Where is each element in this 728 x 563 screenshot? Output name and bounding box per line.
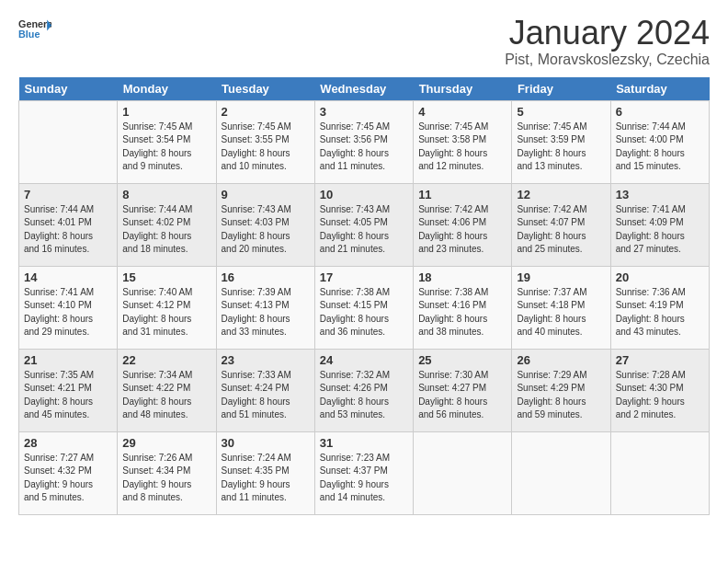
week-row-5: 28Sunrise: 7:27 AMSunset: 4:32 PMDayligh… [19, 431, 710, 514]
day-info: Sunrise: 7:26 AMSunset: 4:34 PMDaylight:… [122, 452, 210, 505]
day-number: 7 [24, 188, 112, 201]
day-number: 26 [517, 353, 605, 367]
day-info: Sunrise: 7:44 AMSunset: 4:02 PMDaylight:… [122, 203, 210, 257]
day-info: Sunrise: 7:28 AMSunset: 4:30 PMDaylight:… [616, 369, 704, 422]
days-header-row: SundayMondayTuesdayWednesdayThursdayFrid… [19, 77, 710, 101]
calendar-cell: 1Sunrise: 7:45 AMSunset: 3:54 PMDaylight… [118, 100, 216, 183]
calendar-cell [19, 100, 118, 183]
day-info: Sunrise: 7:40 AMSunset: 4:12 PMDaylight:… [122, 286, 210, 339]
calendar-cell: 25Sunrise: 7:30 AMSunset: 4:27 PMDayligh… [414, 349, 512, 431]
calendar-cell: 22Sunrise: 7:34 AMSunset: 4:22 PMDayligh… [118, 349, 216, 431]
day-info: Sunrise: 7:34 AMSunset: 4:22 PMDaylight:… [122, 369, 210, 422]
calendar-cell: 6Sunrise: 7:44 AMSunset: 4:00 PMDaylight… [610, 100, 709, 183]
day-info: Sunrise: 7:39 AMSunset: 4:13 PMDaylight:… [222, 286, 310, 339]
calendar-cell: 3Sunrise: 7:45 AMSunset: 3:56 PMDaylight… [314, 100, 413, 183]
calendar-table: SundayMondayTuesdayWednesdayThursdayFrid… [18, 77, 710, 515]
day-number: 10 [320, 188, 408, 201]
day-info: Sunrise: 7:42 AMSunset: 4:06 PMDaylight:… [418, 203, 506, 257]
logo: General Blue [18, 15, 51, 48]
calendar-cell: 24Sunrise: 7:32 AMSunset: 4:26 PMDayligh… [314, 349, 413, 431]
day-number: 4 [418, 105, 506, 119]
calendar-cell: 31Sunrise: 7:23 AMSunset: 4:37 PMDayligh… [314, 431, 413, 514]
calendar-cell: 18Sunrise: 7:38 AMSunset: 4:16 PMDayligh… [414, 266, 512, 349]
day-number: 2 [222, 105, 310, 119]
day-number: 6 [616, 105, 704, 119]
day-info: Sunrise: 7:45 AMSunset: 3:55 PMDaylight:… [222, 121, 310, 174]
calendar-cell: 27Sunrise: 7:28 AMSunset: 4:30 PMDayligh… [610, 349, 709, 431]
day-info: Sunrise: 7:32 AMSunset: 4:26 PMDaylight:… [320, 369, 408, 422]
day-number: 22 [122, 353, 210, 367]
day-info: Sunrise: 7:27 AMSunset: 4:32 PMDaylight:… [24, 452, 112, 505]
day-number: 27 [616, 353, 704, 367]
day-info: Sunrise: 7:29 AMSunset: 4:29 PMDaylight:… [517, 369, 605, 422]
day-number: 21 [24, 353, 112, 367]
day-info: Sunrise: 7:44 AMSunset: 4:01 PMDaylight:… [24, 203, 112, 257]
day-info: Sunrise: 7:43 AMSunset: 4:03 PMDaylight:… [222, 203, 310, 257]
day-number: 16 [222, 270, 310, 284]
header-friday: Friday [512, 77, 610, 101]
day-number: 20 [616, 270, 704, 284]
day-info: Sunrise: 7:36 AMSunset: 4:19 PMDaylight:… [616, 286, 704, 339]
header-sunday: Sunday [19, 77, 118, 101]
svg-text:Blue: Blue [18, 29, 40, 40]
day-number: 24 [320, 353, 408, 367]
day-number: 15 [122, 270, 210, 284]
week-row-3: 14Sunrise: 7:41 AMSunset: 4:10 PMDayligh… [19, 266, 710, 349]
day-info: Sunrise: 7:45 AMSunset: 3:58 PMDaylight:… [418, 121, 506, 174]
day-number: 25 [418, 353, 506, 367]
week-row-4: 21Sunrise: 7:35 AMSunset: 4:21 PMDayligh… [19, 349, 710, 431]
day-number: 30 [222, 436, 310, 450]
calendar-cell: 9Sunrise: 7:43 AMSunset: 4:03 PMDaylight… [216, 183, 314, 266]
day-info: Sunrise: 7:38 AMSunset: 4:16 PMDaylight:… [418, 286, 506, 339]
day-info: Sunrise: 7:41 AMSunset: 4:10 PMDaylight:… [24, 286, 112, 339]
calendar-cell: 10Sunrise: 7:43 AMSunset: 4:05 PMDayligh… [314, 183, 413, 266]
day-info: Sunrise: 7:24 AMSunset: 4:35 PMDaylight:… [222, 452, 310, 505]
day-number: 1 [122, 105, 210, 119]
day-info: Sunrise: 7:41 AMSunset: 4:09 PMDaylight:… [616, 203, 704, 257]
day-number: 12 [517, 188, 605, 201]
calendar-cell [414, 431, 512, 514]
day-number: 5 [517, 105, 605, 119]
day-info: Sunrise: 7:30 AMSunset: 4:27 PMDaylight:… [418, 369, 506, 422]
calendar-cell: 15Sunrise: 7:40 AMSunset: 4:12 PMDayligh… [118, 266, 216, 349]
svg-text:General: General [18, 18, 51, 29]
day-info: Sunrise: 7:44 AMSunset: 4:00 PMDaylight:… [616, 121, 704, 174]
day-number: 11 [418, 188, 506, 201]
day-number: 14 [24, 270, 112, 284]
day-number: 23 [222, 353, 310, 367]
calendar-cell: 5Sunrise: 7:45 AMSunset: 3:59 PMDaylight… [512, 100, 610, 183]
calendar-cell: 8Sunrise: 7:44 AMSunset: 4:02 PMDaylight… [118, 183, 216, 266]
week-row-2: 7Sunrise: 7:44 AMSunset: 4:01 PMDaylight… [19, 183, 710, 266]
header-wednesday: Wednesday [314, 77, 413, 101]
day-info: Sunrise: 7:43 AMSunset: 4:05 PMDaylight:… [320, 203, 408, 257]
day-info: Sunrise: 7:42 AMSunset: 4:07 PMDaylight:… [517, 203, 605, 257]
calendar-cell: 20Sunrise: 7:36 AMSunset: 4:19 PMDayligh… [610, 266, 709, 349]
calendar-cell: 30Sunrise: 7:24 AMSunset: 4:35 PMDayligh… [216, 431, 314, 514]
day-number: 31 [320, 436, 408, 450]
calendar-cell: 28Sunrise: 7:27 AMSunset: 4:32 PMDayligh… [19, 431, 118, 514]
calendar-cell: 21Sunrise: 7:35 AMSunset: 4:21 PMDayligh… [19, 349, 118, 431]
day-number: 13 [616, 188, 704, 201]
calendar-cell: 4Sunrise: 7:45 AMSunset: 3:58 PMDaylight… [414, 100, 512, 183]
day-number: 29 [122, 436, 210, 450]
week-row-1: 1Sunrise: 7:45 AMSunset: 3:54 PMDaylight… [19, 100, 710, 183]
day-info: Sunrise: 7:23 AMSunset: 4:37 PMDaylight:… [320, 452, 408, 505]
day-number: 9 [222, 188, 310, 201]
day-info: Sunrise: 7:37 AMSunset: 4:18 PMDaylight:… [517, 286, 605, 339]
calendar-cell: 19Sunrise: 7:37 AMSunset: 4:18 PMDayligh… [512, 266, 610, 349]
day-info: Sunrise: 7:35 AMSunset: 4:21 PMDaylight:… [24, 369, 112, 422]
calendar-cell [512, 431, 610, 514]
header-tuesday: Tuesday [216, 77, 314, 101]
calendar-cell [610, 431, 709, 514]
calendar-cell: 11Sunrise: 7:42 AMSunset: 4:06 PMDayligh… [414, 183, 512, 266]
day-info: Sunrise: 7:45 AMSunset: 3:59 PMDaylight:… [517, 121, 605, 174]
header-saturday: Saturday [610, 77, 709, 101]
header-monday: Monday [118, 77, 216, 101]
calendar-cell: 17Sunrise: 7:38 AMSunset: 4:15 PMDayligh… [314, 266, 413, 349]
calendar-cell: 14Sunrise: 7:41 AMSunset: 4:10 PMDayligh… [19, 266, 118, 349]
generalblue-logo-icon: General Blue [18, 15, 51, 48]
header-thursday: Thursday [414, 77, 512, 101]
page-header: General Blue January 2024 Pist, Moravsko… [18, 15, 710, 68]
day-info: Sunrise: 7:45 AMSunset: 3:56 PMDaylight:… [320, 121, 408, 174]
calendar-cell: 13Sunrise: 7:41 AMSunset: 4:09 PMDayligh… [610, 183, 709, 266]
